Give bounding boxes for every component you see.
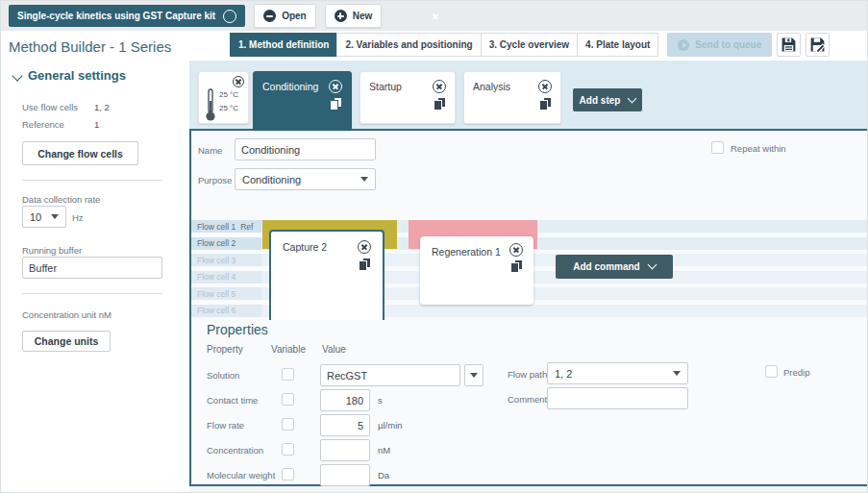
open-icon xyxy=(263,10,276,22)
document-tab-label: Single-cycle kinetics using GST Capture … xyxy=(17,11,215,21)
send-icon xyxy=(678,39,689,51)
repeat-within-checkbox[interactable] xyxy=(711,141,724,154)
thermometer-icon xyxy=(205,87,216,122)
general-settings-header[interactable]: General settings xyxy=(28,68,126,83)
tab-variables-positioning[interactable]: 2. Variables and positioning xyxy=(336,33,481,57)
step-name-input[interactable] xyxy=(235,138,376,160)
molecular-weight-input[interactable] xyxy=(320,464,370,486)
tab-method-definition[interactable]: 1. Method definition xyxy=(230,33,337,57)
command-card-capture[interactable]: Capture 2 xyxy=(269,230,384,320)
change-units-button[interactable]: Change units xyxy=(22,331,111,352)
comment-input[interactable] xyxy=(547,387,688,409)
variable-checkbox[interactable] xyxy=(282,393,294,406)
use-flow-cells-label: Use flow cells xyxy=(22,102,78,112)
step-card-startup[interactable]: Startup xyxy=(360,71,456,124)
save-as-icon xyxy=(809,37,826,53)
plus-icon xyxy=(335,10,347,22)
copy-icon[interactable] xyxy=(331,98,341,110)
add-step-button[interactable]: Add step xyxy=(573,88,642,111)
new-button-label: New xyxy=(353,11,373,21)
analysis-temperature: 25 °C xyxy=(219,88,238,102)
close-icon[interactable] xyxy=(509,243,523,257)
concentration-unit-label: Concentration unit nM xyxy=(22,309,112,320)
flow-cell-label: Flow cell 5 xyxy=(197,289,236,299)
document-tab[interactable]: Single-cycle kinetics using GST Capture … xyxy=(9,5,245,27)
step-card-label: Analysis xyxy=(473,81,510,92)
add-step-label: Add step xyxy=(580,95,621,106)
change-flow-cells-button[interactable]: Change flow cells xyxy=(22,141,138,165)
copy-icon[interactable] xyxy=(434,98,445,110)
tab-plate-layout[interactable]: 4. Plate layout xyxy=(577,33,658,57)
variable-checkbox[interactable] xyxy=(282,368,294,381)
purpose-select[interactable]: Conditioning xyxy=(235,168,376,190)
flow-path-label: Flow path xyxy=(508,369,547,380)
command-card-regeneration[interactable]: Regeneration 1 xyxy=(420,236,533,305)
chevron-down-icon[interactable] xyxy=(12,70,22,81)
close-icon[interactable] xyxy=(433,80,446,93)
page-title: Method Builder - 1 Series xyxy=(9,38,171,55)
save-as-button[interactable] xyxy=(806,33,830,57)
solution-input[interactable] xyxy=(320,364,460,386)
step-card-conditioning[interactable]: Conditioning xyxy=(253,71,352,131)
temperature-values: 25 °C 25 °C xyxy=(219,88,238,115)
copy-icon[interactable] xyxy=(540,98,551,110)
divider xyxy=(22,180,162,181)
flow-cell-label: Flow cell 4 xyxy=(197,272,236,282)
send-to-queue-button[interactable]: Send to queue xyxy=(667,33,772,57)
unit-label: Da xyxy=(378,470,389,481)
copy-icon[interactable] xyxy=(511,260,522,272)
contact-time-input[interactable] xyxy=(320,389,370,411)
add-command-label: Add command xyxy=(573,261,639,272)
purpose-value: Conditioning xyxy=(242,174,301,185)
variable-checkbox[interactable] xyxy=(282,443,294,456)
data-collection-rate-label: Data collection rate xyxy=(22,194,100,205)
close-icon[interactable] xyxy=(233,76,244,87)
add-command-button[interactable]: Add command xyxy=(556,255,673,279)
predip-label: Predip xyxy=(783,367,809,378)
nav-tabs: 1. Method definition 2. Variables and po… xyxy=(231,33,830,57)
flow-rate-input[interactable] xyxy=(320,414,370,436)
step-card-label: Conditioning xyxy=(262,81,318,92)
copy-icon[interactable] xyxy=(360,259,370,270)
dropdown-arrow-icon xyxy=(673,371,681,376)
close-icon[interactable] xyxy=(358,240,371,254)
compartment-temperature: 25 °C xyxy=(219,102,238,115)
save-icon xyxy=(781,37,797,53)
property-label: Molecular weight xyxy=(207,470,275,481)
step-card-analysis[interactable]: Analysis xyxy=(463,71,561,124)
flow-cell-label: Flow cell 6 xyxy=(197,306,236,315)
chevron-down-icon xyxy=(647,260,657,270)
flow-path-select[interactable]: 1, 2 xyxy=(547,362,688,384)
use-flow-cells-value: 1, 2 xyxy=(94,102,110,112)
reference-badge: Ref xyxy=(240,222,253,232)
send-to-queue-label: Send to queue xyxy=(695,39,761,50)
tab-cycle-overview[interactable]: 3. Cycle overview xyxy=(481,33,578,57)
chevron-down-icon xyxy=(628,93,637,103)
close-icon[interactable] xyxy=(538,80,552,93)
column-header-value: Value xyxy=(322,344,346,355)
column-header-property: Property xyxy=(207,344,243,355)
variable-checkbox[interactable] xyxy=(282,418,294,431)
close-icon[interactable] xyxy=(223,10,236,23)
close-icon[interactable] xyxy=(329,80,342,93)
new-button[interactable]: New xyxy=(325,4,383,28)
concentration-input[interactable] xyxy=(320,439,370,461)
open-button-label: Open xyxy=(282,11,307,21)
property-label: Solution xyxy=(207,370,239,381)
open-button[interactable]: Open xyxy=(254,4,316,28)
data-collection-rate-select[interactable]: 10 xyxy=(22,206,66,228)
unit-label: nM xyxy=(378,445,390,456)
command-card-label: Capture 2 xyxy=(283,241,327,253)
running-buffer-input[interactable] xyxy=(22,257,162,279)
unit-label: µl/min xyxy=(378,420,403,431)
temperature-step-card[interactable]: 25 °C 25 °C xyxy=(198,71,249,124)
save-button[interactable] xyxy=(777,33,801,57)
variable-checkbox[interactable] xyxy=(282,468,294,481)
predip-checkbox[interactable] xyxy=(765,365,778,378)
dropdown-arrow-icon xyxy=(470,373,478,378)
unit-label: s xyxy=(378,395,383,406)
solution-dropdown-button[interactable] xyxy=(464,364,484,386)
command-card-label: Regeneration 1 xyxy=(432,246,501,258)
dropdown-arrow-icon xyxy=(360,177,368,182)
data-collection-rate-unit: Hz xyxy=(72,212,84,223)
